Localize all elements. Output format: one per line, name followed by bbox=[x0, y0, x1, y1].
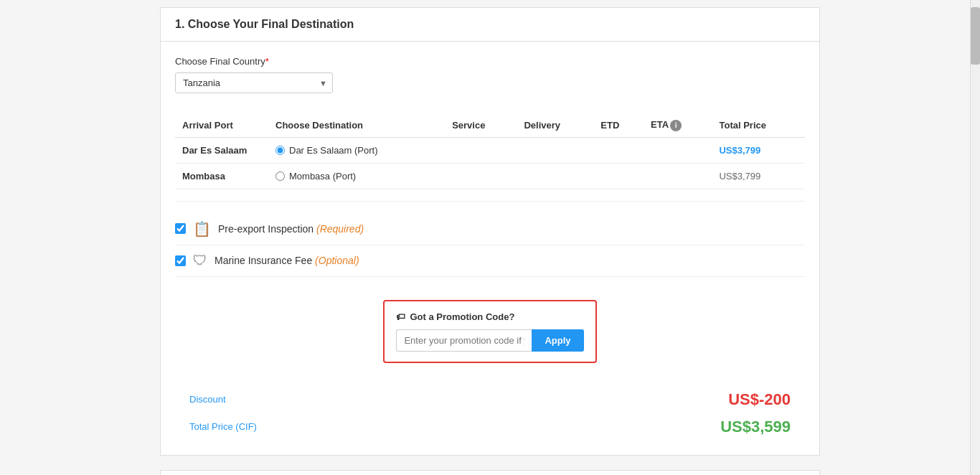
scrollbar-thumb[interactable] bbox=[971, 7, 980, 65]
tag-icon: 🏷 bbox=[396, 311, 405, 322]
total-label: Total Price (CIF) bbox=[189, 421, 257, 432]
inspection-icon: 📋 bbox=[193, 220, 211, 238]
promo-title: 🏷 Got a Promotion Code? bbox=[396, 311, 583, 322]
col-service: Service bbox=[445, 113, 517, 137]
discount-label: Discount bbox=[189, 394, 226, 405]
pre-export-label: Pre-export Inspection (Required) bbox=[218, 223, 364, 235]
pre-export-inspection-row: 📋 Pre-export Inspection (Required) bbox=[175, 213, 805, 245]
promo-code-box: 🏷 Got a Promotion Code? Apply bbox=[383, 300, 596, 363]
country-select[interactable]: Tanzania Kenya Uganda Rwanda bbox=[175, 72, 333, 93]
insurance-icon: 🛡 bbox=[193, 253, 207, 269]
destination-section: 1. Choose Your Final Destination Choose … bbox=[160, 7, 820, 456]
discount-row: Discount US$-200 bbox=[189, 386, 791, 413]
section1-title: 1. Choose Your Final Destination bbox=[161, 8, 819, 42]
country-label: Choose Final Country* bbox=[175, 56, 805, 67]
arrival-port-2: Mombasa bbox=[175, 163, 268, 189]
col-eta: ETAi bbox=[644, 113, 712, 137]
price-1: US$3,799 bbox=[712, 137, 805, 163]
col-delivery: Delivery bbox=[517, 113, 593, 137]
radio-dar-es-salaam[interactable] bbox=[275, 146, 285, 155]
marine-insurance-label: Marine Insurance Fee (Optional) bbox=[215, 255, 359, 266]
col-total-price: Total Price bbox=[712, 113, 805, 137]
promo-code-input[interactable] bbox=[396, 329, 532, 352]
arrival-port-1: Dar Es Salaam bbox=[175, 137, 268, 163]
table-row: Mombasa Mombasa (Port) US bbox=[175, 163, 805, 189]
col-choose-destination: Choose Destination bbox=[268, 113, 445, 137]
scrollbar[interactable] bbox=[970, 0, 980, 475]
col-etd: ETD bbox=[593, 113, 644, 137]
price-2: US$3,799 bbox=[712, 163, 805, 189]
pre-export-checkbox[interactable] bbox=[175, 223, 186, 234]
marine-insurance-checkbox[interactable] bbox=[175, 255, 186, 266]
discount-value: US$-200 bbox=[728, 390, 791, 409]
col-arrival-port: Arrival Port bbox=[175, 113, 268, 137]
destination-2[interactable]: Mombasa (Port) bbox=[268, 163, 445, 189]
radio-mombasa[interactable] bbox=[275, 171, 285, 181]
your-details-section: 2. Your Details * Marked items are requi… bbox=[160, 470, 820, 476]
price-summary: Discount US$-200 Total Price (CIF) US$3,… bbox=[175, 386, 805, 441]
apply-button[interactable]: Apply bbox=[532, 329, 583, 352]
section2-title: 2. Your Details bbox=[161, 471, 819, 476]
total-value: US$3,599 bbox=[720, 418, 791, 436]
destination-table: Arrival Port Choose Destination Service … bbox=[175, 113, 805, 189]
country-select-wrapper: Tanzania Kenya Uganda Rwanda ▼ bbox=[175, 72, 333, 93]
promo-input-row: Apply bbox=[396, 329, 583, 352]
marine-insurance-row: 🛡 Marine Insurance Fee (Optional) bbox=[175, 245, 805, 277]
eta-info-icon: i bbox=[670, 120, 682, 131]
table-row: Dar Es Salaam Dar Es Salaam (Port) bbox=[175, 137, 805, 163]
destination-1[interactable]: Dar Es Salaam (Port) bbox=[268, 137, 445, 163]
total-row: Total Price (CIF) US$3,599 bbox=[189, 413, 791, 441]
